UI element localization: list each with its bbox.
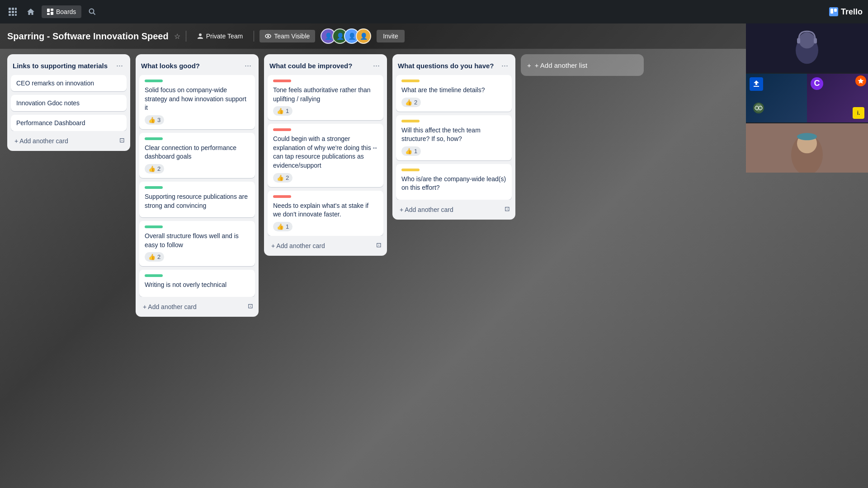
invite-button[interactable]: Invite	[377, 30, 404, 42]
print-icon-questions[interactable]: ⊡	[503, 203, 512, 214]
svg-rect-4	[12, 11, 14, 13]
list-menu-looks-good[interactable]: ···	[243, 60, 253, 71]
card-label-green	[145, 80, 163, 82]
card-structure[interactable]: Overall structure flows well and is easy…	[139, 221, 255, 266]
card-timeline[interactable]: What are the timeline details? 👍 2	[396, 75, 512, 112]
list-menu-improve[interactable]: ···	[371, 60, 382, 71]
card-footer-tone: 👍 1	[273, 106, 378, 116]
thumbsup-icon-stake: 👍	[277, 223, 284, 230]
vote-button4[interactable]: 👍 2	[145, 252, 164, 262]
card-footer-explanation: 👍 2	[273, 173, 378, 183]
thumbsup-icon2: 👍	[148, 165, 156, 172]
card-connection[interactable]: Clear connection to performance dashboar…	[139, 133, 255, 178]
svg-rect-16	[830, 9, 833, 14]
boards-button[interactable]: Boards	[42, 5, 81, 18]
card-label-yellow3	[401, 169, 420, 171]
vote-count-tone: 1	[286, 108, 289, 114]
add-card-footer-improve: + Add another card ⊡	[268, 238, 383, 252]
list-links: Links to supporting materials ··· CEO re…	[7, 54, 130, 151]
list-header-questions: What questions do you have? ···	[396, 58, 512, 75]
card-label-green2	[145, 137, 163, 140]
team-visible-button[interactable]: Team Visible	[259, 30, 315, 42]
add-list-button[interactable]: + + Add another list	[521, 54, 644, 76]
add-card-links[interactable]: + Add another card	[11, 135, 118, 147]
card-ceo[interactable]: CEO remarks on innovation	[11, 75, 127, 91]
list-cards-looks-good: Solid focus on company-wide strategy and…	[139, 75, 255, 297]
card-explanation[interactable]: Could begin with a stronger explanation …	[268, 124, 383, 187]
thumbsup-icon-timeline: 👍	[405, 99, 412, 106]
vote-button[interactable]: 👍 3	[145, 115, 164, 125]
svg-rect-6	[9, 14, 11, 16]
board-content: Links to supporting materials ··· CEO re…	[0, 49, 868, 488]
card-label-red3	[273, 195, 291, 198]
card-label-green4	[145, 225, 163, 228]
private-team-button[interactable]: Private Team	[192, 30, 248, 42]
svg-rect-9	[47, 9, 50, 12]
video-tile-1	[746, 23, 868, 73]
thumbsup-icon4: 👍	[148, 253, 156, 260]
divider2	[254, 31, 254, 42]
card-label-yellow1	[401, 80, 420, 82]
home-icon[interactable]	[24, 5, 38, 19]
list-header-improve: What could be improved? ···	[268, 58, 383, 75]
svg-rect-1	[12, 8, 14, 10]
card-stake[interactable]: Needs to explain what's at stake if we d…	[268, 191, 383, 236]
list-header-looks-good: What looks good? ···	[139, 58, 255, 75]
star-icon[interactable]: ☆	[174, 32, 180, 41]
card-footer-stake: 👍 1	[273, 222, 378, 231]
vote-button-timeline[interactable]: 👍 2	[401, 98, 421, 107]
card-performance-dashboard[interactable]: Performance Dashboard	[11, 115, 127, 131]
grid-menu-icon[interactable]	[5, 5, 20, 19]
svg-rect-3	[9, 11, 11, 13]
add-card-questions[interactable]: + Add another card	[396, 203, 503, 216]
card-label-green3	[145, 186, 163, 189]
svg-rect-23	[797, 38, 800, 43]
svg-rect-11	[47, 13, 50, 15]
member-avatars: 👤 👤 👤 👤	[321, 28, 371, 44]
vote-button-tone[interactable]: 👍 1	[273, 106, 292, 116]
svg-line-14	[94, 13, 95, 15]
vote-button-explanation[interactable]: 👍 2	[273, 173, 292, 183]
svg-rect-17	[834, 9, 837, 12]
avatar-4[interactable]: 👤	[356, 28, 371, 44]
card-footer-tech-structure: 👍 1	[401, 146, 506, 156]
card-tech-structure[interactable]: Will this affect the tech team structure…	[396, 115, 512, 160]
svg-rect-10	[51, 9, 53, 11]
print-icon-links[interactable]: ⊡	[118, 135, 127, 145]
print-icon-improve[interactable]: ⊡	[374, 239, 383, 250]
card-label-yellow2	[401, 120, 420, 122]
add-card-footer-looks-good: + Add another card ⊡	[139, 299, 255, 313]
vote-count: 3	[157, 117, 160, 123]
thumbsup-icon-tech-structure: 👍	[405, 148, 412, 155]
thumbsup-icon-explanation: 👍	[277, 174, 284, 181]
svg-rect-7	[12, 14, 14, 16]
vote-button-tech-structure[interactable]: 👍 1	[401, 146, 421, 156]
list-looks-good: What looks good? ··· Solid focus on comp…	[136, 54, 259, 317]
trello-label: Trello	[841, 7, 863, 17]
vote-button2[interactable]: 👍 2	[145, 164, 164, 174]
list-menu-links[interactable]: ···	[114, 60, 125, 71]
search-icon[interactable]	[85, 5, 99, 19]
list-menu-questions[interactable]: ···	[500, 60, 510, 71]
add-card-footer-links: + Add another card ⊡	[11, 133, 127, 147]
vote-count-tech-structure: 1	[414, 148, 417, 155]
vote-button-stake[interactable]: 👍 1	[273, 222, 292, 231]
add-card-improve[interactable]: + Add another card	[268, 239, 374, 252]
print-icon-looks-good[interactable]: ⊡	[246, 300, 255, 311]
svg-rect-2	[15, 8, 17, 10]
card-publications[interactable]: Supporting resource publications are str…	[139, 182, 255, 217]
add-card-looks-good[interactable]: + Add another card	[139, 300, 246, 313]
video-tile-3	[746, 123, 868, 173]
card-technical[interactable]: Writing is not overly technical	[139, 270, 255, 297]
svg-point-13	[90, 9, 94, 14]
card-footer4: 👍 2	[145, 252, 250, 262]
card-label-green5	[145, 274, 163, 277]
invite-label: Invite	[383, 33, 398, 40]
card-strategy[interactable]: Solid focus on company-wide strategy and…	[139, 75, 255, 129]
thumbsup-icon-tone: 👍	[277, 108, 284, 114]
card-leads[interactable]: Who is/are the company-wide lead(s) on t…	[396, 164, 512, 200]
card-gdoc[interactable]: Innovation Gdoc notes	[11, 95, 127, 111]
card-tone[interactable]: Tone feels authoritative rather than upl…	[268, 75, 383, 120]
list-header-links: Links to supporting materials ···	[11, 58, 127, 75]
list-title-links: Links to supporting materials	[13, 62, 114, 70]
